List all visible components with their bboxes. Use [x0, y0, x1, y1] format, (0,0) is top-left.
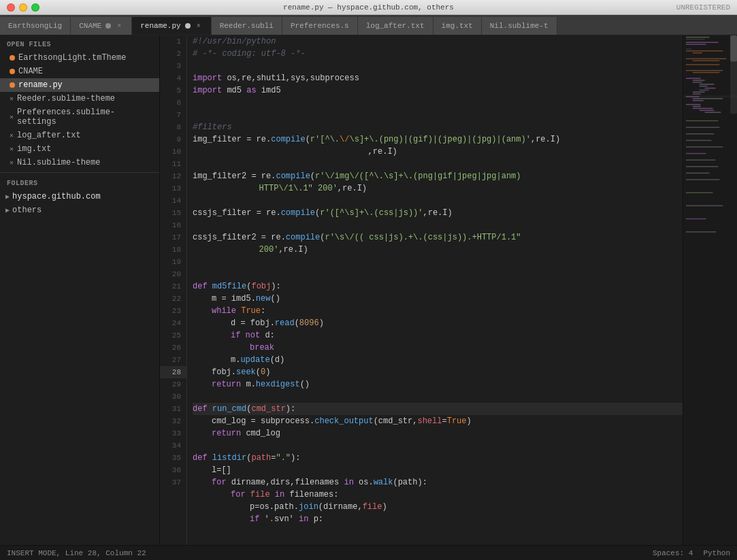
svg-rect-26	[686, 104, 701, 105]
sidebar-item-rename[interactable]: rename.py	[0, 78, 159, 92]
sidebar-item-log-after[interactable]: ✕ log_after.txt	[0, 129, 159, 142]
sidebar-item-cname[interactable]: CNAME	[0, 65, 159, 78]
tab-reeder[interactable]: Reeder.subli	[212, 17, 282, 35]
tab-label: EarthsongLig	[8, 22, 62, 30]
code-line-2: # -*- coding: utf-8 -*-	[193, 48, 683, 60]
editor-area: 1 2 3 4 5 6 7 8 9 10 11 12 13 14 15 16 1	[160, 35, 737, 545]
svg-rect-10	[686, 64, 719, 65]
line-num-1: 1	[160, 35, 186, 48]
line-num-33: 33	[160, 427, 186, 440]
close-button[interactable]	[7, 3, 15, 12]
minimize-button[interactable]	[19, 3, 27, 12]
tab-close-icon[interactable]: ×	[115, 22, 123, 30]
line-num-4: 4	[160, 72, 186, 84]
line-num-15: 15	[160, 207, 186, 219]
close-icon: ✕	[10, 145, 14, 153]
sidebar-item-earthsong[interactable]: EarthsongLight.tmTheme	[0, 51, 159, 65]
line-num-28: 28	[160, 366, 186, 378]
file-dot-icon	[10, 69, 15, 74]
tab-label: Nil.sublime-t	[490, 22, 548, 30]
tab-earthsong[interactable]: EarthsongLig	[0, 17, 71, 35]
line-num-3: 3	[160, 60, 186, 72]
sidebar-item-label: Nil.sublime-theme	[17, 158, 100, 167]
svg-rect-6	[686, 50, 723, 51]
tab-rename[interactable]: rename.py ×	[132, 17, 211, 35]
svg-rect-11	[686, 70, 723, 71]
svg-rect-20	[693, 92, 705, 93]
sidebar-item-label: CNAME	[18, 67, 43, 76]
tab-label: Preferences.s	[291, 22, 349, 30]
code-line-33: l=[]	[193, 464, 683, 476]
tab-preferences[interactable]: Preferences.s	[282, 17, 358, 35]
tab-label: CNAME	[79, 22, 101, 30]
code-lines[interactable]: #!/usr/bin/python # -*- coding: utf-8 -*…	[187, 35, 683, 545]
sidebar-folder-hyspace[interactable]: ▶ hyspace.github.com	[0, 190, 159, 203]
statusbar-right: Spaces: 4 Python	[653, 549, 730, 557]
line-num-36: 36	[160, 464, 186, 476]
sidebar-divider	[0, 172, 159, 173]
svg-rect-8	[686, 59, 726, 59]
svg-rect-7	[693, 52, 702, 53]
code-line-36: p=os.path.join(dirname,file)	[193, 501, 683, 513]
line-num-6: 6	[160, 97, 186, 109]
sidebar-item-label: rename.py	[18, 80, 63, 90]
file-dot-icon	[10, 82, 15, 88]
svg-rect-35	[686, 146, 723, 147]
code-line-12	[193, 195, 683, 207]
tab-label: log_after.txt	[366, 22, 425, 30]
svg-rect-32	[686, 127, 719, 127]
svg-rect-38	[686, 166, 718, 167]
code-line-27	[193, 391, 683, 403]
code-line-14	[193, 219, 683, 231]
code-line-11: img_filter2 = re.compile(r'\/img\/([^\.\…	[193, 170, 683, 182]
sidebar-item-img[interactable]: ✕ img.txt	[0, 142, 159, 156]
code-editor[interactable]: 1 2 3 4 5 6 7 8 9 10 11 12 13 14 15 16 1	[160, 35, 683, 545]
svg-rect-40	[686, 179, 719, 180]
code-line-5: import md5 as imd5	[193, 84, 683, 97]
svg-rect-21	[693, 93, 701, 94]
line-num-14: 14	[160, 195, 186, 207]
code-line-17	[193, 268, 683, 280]
code-line-11b: HTTP\/1\.1" 200',re.I)	[193, 182, 683, 195]
code-line-15: cssjs_filter2 = re.compile(r'\s\/(( css|…	[193, 231, 683, 244]
svg-rect-46	[730, 35, 737, 61]
line-num-20: 20	[160, 268, 186, 280]
tab-label: rename.py	[140, 22, 180, 30]
tab-nil[interactable]: Nil.sublime-t	[482, 17, 557, 35]
line-num-34: 34	[160, 440, 186, 452]
svg-rect-33	[686, 133, 714, 134]
sidebar-folder-others[interactable]: ▶ others	[0, 203, 159, 217]
svg-rect-14	[693, 80, 705, 80]
titlebar: rename.py — hyspace.github.com, others U…	[0, 0, 737, 15]
tab-cname[interactable]: CNAME ×	[71, 17, 132, 35]
code-line-21: d = fobj.read(8096)	[193, 317, 683, 329]
code-line-16	[193, 256, 683, 268]
line-num-10: 10	[160, 146, 186, 158]
code-line-3	[193, 60, 683, 72]
window-controls[interactable]	[7, 3, 39, 12]
tab-img[interactable]: img.txt	[433, 17, 482, 35]
svg-rect-25	[693, 100, 704, 101]
window-title: rename.py — hyspace.github.com, others	[283, 3, 454, 12]
tab-close-icon[interactable]: ×	[195, 22, 203, 30]
code-line-15b: 200',re.I)	[193, 244, 683, 256]
line-num-11: 11	[160, 158, 186, 170]
svg-rect-12	[693, 72, 719, 73]
sidebar-item-nil[interactable]: ✕ Nil.sublime-theme	[0, 156, 159, 169]
line-num-23: 23	[160, 305, 186, 317]
indent-setting: Spaces: 4	[653, 549, 693, 557]
svg-rect-39	[686, 173, 710, 174]
sidebar-item-preferences[interactable]: ✕ Preferences.sublime-settings	[0, 105, 159, 129]
code-line-10	[193, 158, 683, 170]
code-line-22: if not d:	[193, 329, 683, 342]
svg-rect-30	[705, 112, 721, 112]
line-num-37: 37	[160, 476, 186, 489]
maximize-button[interactable]	[31, 3, 39, 12]
close-icon: ✕	[10, 159, 14, 167]
sidebar-item-label: Reeder.sublime-theme	[17, 94, 115, 103]
tab-label: Reeder.subli	[220, 22, 274, 30]
code-line-29: cmd_log = subprocess.check_output(cmd_st…	[193, 415, 683, 427]
sidebar-item-reeder[interactable]: ✕ Reeder.sublime-theme	[0, 92, 159, 105]
svg-rect-31	[686, 120, 718, 121]
tab-log-after[interactable]: log_after.txt	[358, 17, 433, 35]
